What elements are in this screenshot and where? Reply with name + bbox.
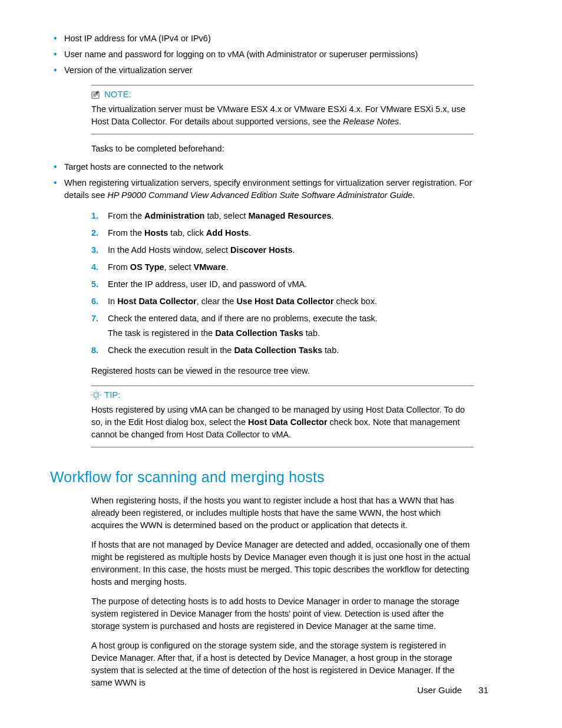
footer-label: User Guide xyxy=(417,685,462,695)
tip-body: Hosts registered by using vMA can be cha… xyxy=(91,404,474,441)
requirements-list: Host IP address for vMA (IPv4 or IPv6) U… xyxy=(50,32,474,77)
note-icon xyxy=(91,90,101,98)
section-title: Workflow for scanning and merging hosts xyxy=(50,466,474,487)
page-footer: User Guide 31 xyxy=(417,684,488,697)
svg-point-1 xyxy=(94,393,98,397)
note-callout: NOTE: The virtualization server must be … xyxy=(91,85,474,134)
note-label: NOTE: xyxy=(104,88,131,101)
step-item: Check the execution result in the Data C… xyxy=(91,344,474,357)
tip-icon xyxy=(91,390,101,400)
list-item: User name and password for logging on to… xyxy=(50,48,474,61)
step-item: From the Administration tab, select Mana… xyxy=(91,210,474,222)
step-item: In the Add Hosts window, select Discover… xyxy=(91,244,474,256)
list-item: When registering virtualization servers,… xyxy=(50,177,474,202)
page-number: 31 xyxy=(478,685,488,695)
step-item: In Host Data Collector, clear the Use Ho… xyxy=(91,295,474,308)
step-item: From OS Type, select VMware. xyxy=(91,261,474,274)
body-paragraph: The purpose of detecting hosts is to add… xyxy=(91,595,474,633)
body-paragraph: A host group is configured on the storag… xyxy=(91,640,474,689)
page: Host IP address for vMA (IPv4 or IPv6) U… xyxy=(0,0,562,728)
step-item: Check the entered data, and if there are… xyxy=(91,312,474,340)
list-item: Host IP address for vMA (IPv4 or IPv6) xyxy=(50,32,474,45)
tasks-list: Target hosts are connected to the networ… xyxy=(50,161,474,202)
list-item: Target hosts are connected to the networ… xyxy=(50,161,474,173)
body-paragraph: When registering hosts, if the hosts you… xyxy=(91,495,474,532)
steps-list: From the Administration tab, select Mana… xyxy=(91,210,474,357)
tip-label: TIP: xyxy=(104,388,121,401)
tasks-heading: Tasks to be completed beforehand: xyxy=(91,143,474,155)
step-item: From the Hosts tab, click Add Hosts. xyxy=(91,227,474,239)
step-item: Enter the IP address, user ID, and passw… xyxy=(91,278,474,291)
list-item: Version of the virtualization server xyxy=(50,64,474,77)
tip-callout: TIP: Hosts registered by using vMA can b… xyxy=(91,386,474,447)
body-paragraph: If hosts that are not managed by Device … xyxy=(91,539,474,588)
after-steps-text: Registered hosts can be viewed in the re… xyxy=(91,365,474,377)
note-body: The virtualization server must be VMware… xyxy=(91,103,474,128)
